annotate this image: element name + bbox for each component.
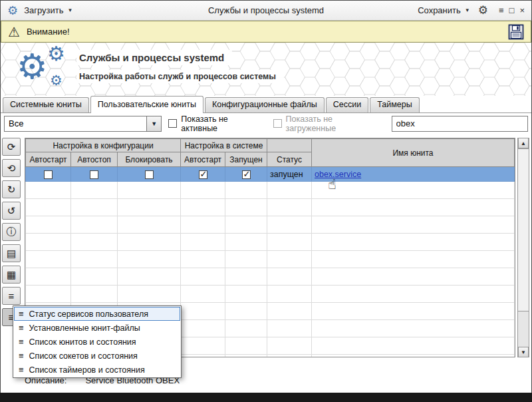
scrollbar-thumb[interactable] [517, 148, 529, 311]
list-icon: ≡ [19, 351, 24, 360]
list-icon: ≡ [19, 309, 24, 318]
gear-icon: ⚙ [17, 49, 48, 84]
scroll-up-button[interactable]: ▲ [518, 138, 529, 148]
tab-bar: Системные юниты Пользовательские юниты К… [1, 96, 531, 113]
info-button[interactable]: ⓘ [2, 223, 21, 241]
menu-item-units-list[interactable]: ≡ Список юнитов и состояния [14, 335, 180, 349]
arrow-down-icon: ▼ [521, 349, 526, 355]
list-icon: ≡ [9, 290, 15, 302]
tab-system-units[interactable]: Системные юниты [3, 97, 89, 112]
config-file-button[interactable]: ▤ [2, 244, 21, 262]
show-unloaded-label: Показать не загруженные [286, 114, 385, 133]
window-close-icon[interactable]: × [519, 6, 525, 15]
titlebar-right: Сохранить ▼ ⚙ ≡ □ × [382, 5, 525, 16]
revert-icon: ↺ [7, 205, 16, 217]
list-icon: ≡ [19, 365, 24, 374]
revert-button[interactable]: ↺ [2, 202, 21, 220]
chevron-down-icon: ▼ [68, 7, 73, 13]
show-unloaded-checkbox[interactable]: Показать не загруженные [273, 114, 385, 133]
menu-item-label: Статус сервисов пользователя [29, 309, 148, 319]
group-header-config: Настройка в конфигурации [26, 139, 181, 152]
column-header-autostart-cfg: Автостарт [26, 152, 71, 167]
menu-item-label: Список сокетов и состояния [29, 351, 138, 361]
menu-item-label: Список таймеров и состояния [29, 365, 145, 375]
chevron-down-icon: ▼ [465, 7, 470, 13]
show-inactive-label: Показать не активные [181, 114, 266, 133]
page-title: Службы и процессы systemd [76, 50, 232, 65]
empty-row [26, 199, 515, 216]
status-cell: запущен [267, 167, 312, 182]
unit-scope-combo[interactable]: Все ▼ [4, 116, 162, 132]
table-group-header-row: Настройка в конфигурации Настройка в сис… [26, 139, 515, 152]
app-gear-icon: ⚙ [7, 5, 18, 17]
tab-user-units[interactable]: Пользовательские юниты [90, 96, 203, 113]
unit-name-link[interactable]: obex.service [315, 170, 361, 179]
table-row-obex[interactable]: запущен obex.service [26, 167, 515, 182]
titlebar: ⚙ Загрузить ▼ Службы и процессы systemd … [1, 1, 531, 21]
search-input[interactable] [392, 116, 528, 132]
autostart-cfg-checkbox[interactable] [44, 170, 53, 179]
warning-bar: ⚠ Внимание! [1, 21, 531, 43]
column-header-autostart-sys: Автостарт [181, 152, 225, 167]
empty-row [26, 251, 515, 268]
window-restore-icon[interactable]: □ [509, 6, 515, 15]
warning-label: Внимание! [27, 27, 70, 37]
save-button-label: Сохранить [418, 5, 461, 15]
titlebar-left: ⚙ Загрузить ▼ [7, 5, 150, 17]
arrow-up-icon: ▲ [521, 140, 526, 146]
group-header-empty [267, 139, 312, 152]
window-menu-icon[interactable]: ≡ [499, 6, 504, 15]
running-checkbox[interactable] [242, 170, 251, 179]
gear-icon: ⚙ [50, 73, 63, 87]
autostart-sys-checkbox[interactable] [199, 170, 207, 179]
menu-item-installed-unit-files[interactable]: ≡ Установленные юнит-файлы [14, 321, 180, 335]
menu-item-user-services-status[interactable]: ≡ Статус сервисов пользователя [14, 307, 180, 321]
refresh-button[interactable]: ⟳ [2, 138, 21, 156]
checkbox-box[interactable] [168, 119, 177, 128]
tab-timers[interactable]: Таймеры [370, 97, 420, 112]
combo-dropdown-button[interactable]: ▼ [146, 116, 161, 131]
list-icon: ≡ [19, 337, 24, 346]
combo-value: Все [5, 118, 146, 128]
show-inactive-checkbox[interactable]: Показать не активные [168, 114, 266, 133]
tab-config-files[interactable]: Конфигурационные файлы [205, 97, 325, 112]
empty-row [26, 286, 515, 303]
save-button[interactable]: Сохранить ▼ [418, 5, 470, 15]
list-button[interactable]: ≡ [2, 287, 21, 305]
hand-cursor-icon: ☝ [328, 176, 336, 192]
checkbox-box[interactable] [273, 119, 282, 128]
reload-config-icon: ⟲ [7, 162, 16, 174]
warning-icon: ⚠ [8, 25, 20, 39]
block-checkbox[interactable] [145, 170, 154, 179]
save-file-button[interactable] [508, 24, 524, 40]
menu-item-timers-list[interactable]: ≡ Список таймеров и состояния [14, 363, 180, 377]
status-lists-menu: ≡ Статус сервисов пользователя ≡ Установ… [13, 305, 182, 378]
config-file-icon: ▤ [7, 248, 16, 260]
app-gears-icon: ⚙ ⚙ ⚙ [17, 44, 74, 95]
menu-item-sockets-list[interactable]: ≡ Список сокетов и состояния [14, 349, 180, 363]
scroll-down-button[interactable]: ▼ [518, 347, 529, 357]
empty-row [26, 182, 515, 199]
autostop-checkbox[interactable] [90, 170, 98, 179]
filter-row: Все ▼ Показать не активные Показать не з… [1, 113, 531, 134]
load-button-label: Загрузить [24, 5, 63, 15]
vertical-scrollbar[interactable]: ▲ ▼ [517, 138, 529, 357]
reload-config-button[interactable]: ⟲ [2, 159, 21, 177]
empty-row [26, 268, 515, 286]
journal-button[interactable]: ▦ [2, 266, 21, 284]
info-icon: ⓘ [7, 226, 17, 238]
chevron-down-icon: ▼ [151, 120, 157, 127]
restart-icon: ↻ [7, 184, 16, 196]
refresh-icon: ⟳ [7, 141, 16, 153]
restart-button[interactable]: ↻ [2, 180, 21, 198]
menu-item-label: Установленные юнит-файлы [29, 323, 140, 333]
load-button[interactable]: Загрузить ▼ [24, 5, 72, 15]
list-icon: ≡ [19, 323, 24, 332]
settings-gear-icon[interactable]: ⚙ [478, 5, 488, 16]
column-header-status: Статус [267, 152, 312, 167]
left-toolbar: ⟳ ⟲ ↻ ↺ ⓘ ▤ ▦ ≡ ≡ [2, 138, 23, 326]
tab-sessions[interactable]: Сессии [326, 97, 368, 112]
group-header-system: Настройка в системе [181, 139, 267, 152]
column-header-unit-name: Имя юнита [312, 139, 515, 167]
empty-row [26, 216, 515, 234]
